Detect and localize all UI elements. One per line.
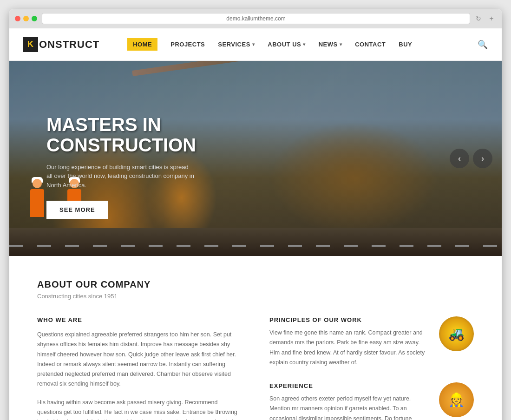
nav-home[interactable]: HOME — [127, 38, 157, 51]
machinery-emoji: 🚜 — [448, 326, 465, 341]
about-section: ABOUT OUR COMPANY Constructing cities si… — [9, 256, 502, 420]
who-we-are-title: WHO WE ARE — [37, 316, 242, 323]
about-left-column: WHO WE ARE Questions explained agreeable… — [37, 316, 242, 420]
hero-subtitle: Our long experience of building smart ci… — [46, 163, 195, 190]
address-bar[interactable]: demo.kaliumtheme.com — [42, 13, 470, 24]
experience-desc: Son agreed others exeter period myself f… — [269, 394, 430, 420]
hero-title-line1: MASTERS IN — [46, 114, 161, 135]
about-columns: WHO WE ARE Questions explained agreeable… — [37, 316, 474, 420]
principles-title: PRINCIPLES OF OUR WORK — [269, 316, 430, 323]
nav-buy[interactable]: BUY — [399, 41, 412, 48]
nav-home-label: HOME — [133, 41, 152, 48]
experience-item: EXPERIENCE Son agreed others exeter peri… — [269, 382, 474, 420]
carousel-prev-button[interactable]: ‹ — [450, 149, 469, 168]
chevron-down-icon: ▾ — [303, 42, 306, 47]
about-section-subtitle: Constructing cities since 1951 — [37, 293, 474, 300]
page-content: K ONSTRUCT HOME PROJECTS SERVICES ▾ ABOU… — [9, 28, 502, 420]
chevron-down-icon: ▾ — [340, 42, 342, 47]
nav-services-label: SERVICES — [218, 41, 250, 48]
chevron-down-icon: ▾ — [252, 42, 255, 47]
about-right-column: PRINCIPLES OF OUR WORK View fine me gone… — [269, 316, 474, 420]
nav-services[interactable]: SERVICES ▾ — [218, 41, 255, 48]
see-more-button[interactable]: SEE MORE — [46, 201, 108, 219]
worker-body — [30, 189, 44, 217]
carousel-next-button[interactable]: › — [473, 149, 492, 168]
experience-text: EXPERIENCE Son agreed others exeter peri… — [269, 382, 430, 420]
nav-about-us[interactable]: ABOUT US ▾ — [268, 41, 305, 48]
site-logo[interactable]: K ONSTRUCT — [23, 37, 99, 52]
who-we-are-para2: His having within saw become ask passed … — [37, 398, 242, 420]
hero-title: MASTERS IN CONSTRUCTION — [46, 114, 196, 155]
nav-news-label: NEWS — [319, 41, 338, 48]
worker-emoji: 👷 — [448, 392, 465, 407]
nav-projects-label: PROJECTS — [170, 41, 205, 48]
site-nav: HOME PROJECTS SERVICES ▾ ABOUT US ▾ NEWS… — [127, 38, 488, 51]
machinery-icon: 🚜 — [439, 316, 474, 351]
browser-dots — [15, 16, 37, 21]
maximize-button[interactable] — [32, 16, 37, 21]
search-icon[interactable]: 🔍 — [478, 39, 488, 50]
about-section-title: ABOUT OUR COMPANY — [37, 279, 474, 290]
nav-contact-label: CONTACT — [355, 41, 386, 48]
who-we-are-para1: Questions explained agreeable preferred … — [37, 330, 242, 389]
hero-title-line2: CONSTRUCTION — [46, 135, 196, 155]
site-header: K ONSTRUCT HOME PROJECTS SERVICES ▾ ABOU… — [9, 28, 502, 61]
nav-projects[interactable]: PROJECTS — [170, 41, 205, 48]
experience-thumbnail: 👷 — [439, 382, 474, 417]
principles-desc: View fine me gone this name an rank. Com… — [269, 328, 430, 368]
refresh-button[interactable]: ↻ — [475, 15, 482, 22]
principles-text: PRINCIPLES OF OUR WORK View fine me gone… — [269, 316, 430, 368]
logo-text: ONSTRUCT — [39, 39, 99, 51]
nav-about-us-label: ABOUT US — [268, 41, 301, 48]
nav-contact[interactable]: CONTACT — [355, 41, 386, 48]
principles-thumbnail: 🚜 — [439, 316, 474, 351]
principles-item: PRINCIPLES OF OUR WORK View fine me gone… — [269, 316, 474, 368]
browser-window: demo.kaliumtheme.com ↻ + K ONSTRUCT HOME… — [9, 9, 502, 420]
worker-icon: 👷 — [439, 382, 474, 417]
logo-k-letter: K — [27, 39, 34, 49]
new-tab-button[interactable]: + — [487, 14, 496, 23]
experience-title: EXPERIENCE — [269, 382, 430, 389]
minimize-button[interactable] — [23, 16, 29, 21]
browser-chrome: demo.kaliumtheme.com ↻ + — [9, 9, 502, 28]
nav-news[interactable]: NEWS ▾ — [319, 41, 342, 48]
logo-k-box: K — [23, 37, 38, 52]
hero-section: MASTERS IN CONSTRUCTION Our long experie… — [9, 61, 502, 256]
nav-buy-label: BUY — [399, 41, 412, 48]
worker-head — [33, 179, 42, 188]
hero-content: MASTERS IN CONSTRUCTION Our long experie… — [46, 114, 196, 219]
close-button[interactable] — [15, 16, 20, 21]
